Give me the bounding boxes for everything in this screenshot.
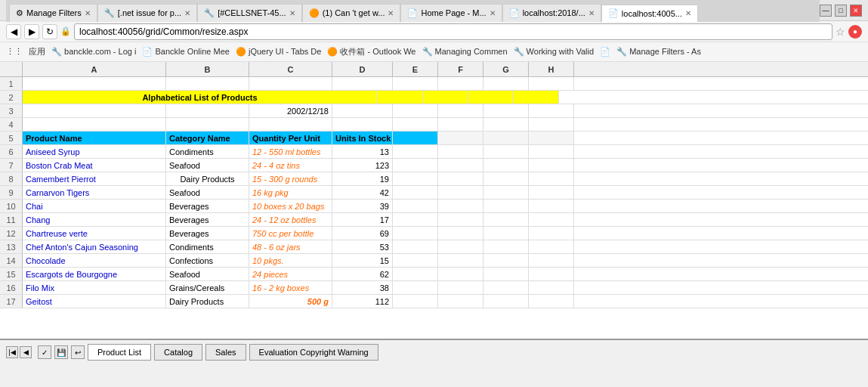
cell-category[interactable]: Beverages	[166, 213, 249, 226]
cell-product[interactable]: Escargots de Bourgogne	[23, 268, 166, 280]
tab-close[interactable]: ✕	[388, 9, 394, 17]
cell-1d[interactable]	[332, 77, 393, 90]
tab-localhost2018[interactable]: 📄 localhost:2018/... ✕	[502, 4, 601, 22]
cell-product[interactable]: Aniseed Syrup	[23, 145, 166, 158]
cell-units[interactable]: 69	[332, 227, 393, 240]
cell-2f[interactable]	[423, 91, 468, 104]
cell-units[interactable]: 13	[332, 145, 393, 158]
cell-h[interactable]	[529, 145, 574, 158]
cell-1b[interactable]	[166, 77, 249, 90]
cell-category[interactable]: Seafood	[166, 268, 249, 280]
cell-e[interactable]	[393, 159, 438, 172]
cell-3e[interactable]	[393, 104, 438, 117]
cell-f[interactable]	[438, 159, 483, 172]
tab-manage-filters[interactable]: ⚙ Manage Filters ✕	[9, 4, 97, 22]
alert-button[interactable]: ●	[848, 25, 862, 39]
cell-qty[interactable]: 48 - 6 oz jars	[249, 240, 332, 253]
cell-4f[interactable]	[438, 118, 483, 131]
tab-cellsnet[interactable]: 🔧 [#CELLSNET-45... ✕	[197, 4, 302, 22]
product-link[interactable]: Escargots de Bourgogne	[26, 270, 117, 279]
cell-2e[interactable]	[378, 91, 423, 104]
header-f[interactable]	[438, 132, 483, 144]
bookmark-managing[interactable]: 🔧 Managing Commen	[422, 47, 508, 57]
cell-4g[interactable]	[483, 118, 529, 131]
cell-4c[interactable]	[249, 118, 332, 131]
header-h[interactable]	[529, 132, 574, 144]
tab-close[interactable]: ✕	[289, 9, 295, 17]
cell-1h[interactable]	[529, 77, 574, 90]
cell-f[interactable]	[438, 145, 483, 158]
tab-close[interactable]: ✕	[490, 9, 496, 17]
cell-product[interactable]: Chef Anton's Cajun Seasoning	[23, 240, 166, 253]
close-button[interactable]: ✕	[850, 5, 862, 17]
cell-4a[interactable]	[23, 118, 166, 131]
cell-units[interactable]: 17	[332, 213, 393, 226]
header-g[interactable]	[483, 132, 529, 144]
cell-e[interactable]	[393, 254, 438, 267]
cell-3a[interactable]	[23, 104, 166, 117]
cell-e[interactable]	[393, 172, 438, 185]
header-quantity[interactable]: Quantity Per Unit	[249, 132, 332, 144]
col-header-f[interactable]: F	[438, 62, 483, 76]
bookmark-banckle-meet[interactable]: 📄 Banckle Online Mee	[142, 47, 230, 57]
cell-category[interactable]: Confections	[166, 254, 249, 267]
cell-g[interactable]	[483, 186, 529, 199]
first-sheet-button[interactable]: |◀	[6, 346, 18, 358]
product-link[interactable]: Geitost	[26, 297, 52, 306]
cell-qty[interactable]: 10 boxes x 20 bags	[249, 200, 332, 212]
tab-cant-get[interactable]: 🟠 (1) Can 't get w... ✕	[302, 4, 401, 22]
cell-qty[interactable]: 12 - 550 ml bottles	[249, 145, 332, 158]
cell-category[interactable]: Condiments	[166, 145, 249, 158]
cell-qty[interactable]: 15 - 300 g rounds	[249, 172, 332, 185]
cell-category[interactable]: Beverages	[166, 227, 249, 240]
cell-qty[interactable]: 500 g	[249, 295, 332, 308]
cell-3c[interactable]: 2002/12/18	[249, 104, 332, 117]
bookmark-banckle[interactable]: 🔧 banckle.com - Log i	[51, 47, 136, 57]
tab-close[interactable]: ✕	[85, 9, 91, 17]
cell-f[interactable]	[438, 295, 483, 308]
cell-f[interactable]	[438, 254, 483, 267]
cell-h[interactable]	[529, 295, 574, 308]
cell-qty[interactable]: 24 pieces	[249, 268, 332, 280]
cell-category[interactable]: Seafood	[166, 159, 249, 172]
cell-1g[interactable]	[483, 77, 529, 90]
undo-icon[interactable]: ↩	[71, 345, 85, 359]
cell-f[interactable]	[438, 200, 483, 212]
cell-units[interactable]: 19	[332, 172, 393, 185]
cell-4h[interactable]	[529, 118, 574, 131]
cell-h[interactable]	[529, 240, 574, 253]
cell-h[interactable]	[529, 254, 574, 267]
cell-f[interactable]	[438, 281, 483, 294]
cell-e[interactable]	[393, 227, 438, 240]
cell-g[interactable]	[483, 295, 529, 308]
sheet-tab-product-list[interactable]: Product List	[88, 344, 151, 361]
cell-units[interactable]: 15	[332, 254, 393, 267]
cell-e[interactable]	[393, 240, 438, 253]
cell-qty[interactable]: 750 cc per bottle	[249, 227, 332, 240]
cell-h[interactable]	[529, 172, 574, 185]
cell-f[interactable]	[438, 227, 483, 240]
cell-g[interactable]	[483, 227, 529, 240]
cell-product[interactable]: Chocolade	[23, 254, 166, 267]
cell-qty[interactable]: 16 kg pkg	[249, 186, 332, 199]
cell-g[interactable]	[483, 172, 529, 185]
cell-g[interactable]	[483, 159, 529, 172]
cell-3h[interactable]	[529, 104, 574, 117]
col-header-b[interactable]: B	[166, 62, 249, 76]
cell-h[interactable]	[529, 281, 574, 294]
cell-category[interactable]: Grains/Cereals	[166, 281, 249, 294]
cell-g[interactable]	[483, 240, 529, 253]
cell-h[interactable]	[529, 159, 574, 172]
cell-product[interactable]: Camembert Pierrot	[23, 172, 166, 185]
cell-h[interactable]	[529, 227, 574, 240]
bookmark-outlook[interactable]: 🟠 收件箱 - Outlook We	[327, 46, 415, 57]
cell-h[interactable]	[529, 268, 574, 280]
cell-1a[interactable]	[23, 77, 166, 90]
sheet-tab-copyright[interactable]: Evaluation Copyright Warning	[249, 344, 378, 361]
cell-product[interactable]: Geitost	[23, 295, 166, 308]
col-header-d[interactable]: D	[332, 62, 393, 76]
product-link[interactable]: Chai	[26, 202, 43, 211]
cell-f[interactable]	[438, 172, 483, 185]
cell-2g[interactable]	[468, 91, 514, 104]
cell-units[interactable]: 112	[332, 295, 393, 308]
